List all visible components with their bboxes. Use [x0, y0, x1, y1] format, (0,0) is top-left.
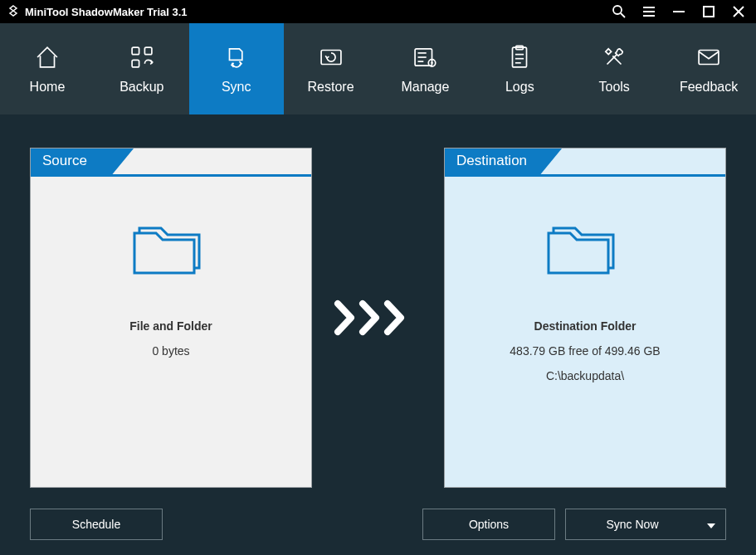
nav-label: Logs — [505, 80, 534, 95]
nav-restore[interactable]: Restore — [284, 23, 378, 114]
restore-icon — [317, 43, 345, 71]
nav-label: Sync — [222, 80, 251, 95]
svg-point-18 — [432, 62, 434, 65]
chevrons-right-icon — [333, 299, 424, 337]
source-line2: 0 bytes — [152, 344, 189, 358]
svg-rect-10 — [144, 47, 152, 55]
destination-line1: Destination Folder — [534, 319, 637, 333]
svg-rect-19 — [513, 47, 527, 67]
svg-rect-11 — [132, 60, 139, 67]
sync-icon — [222, 43, 251, 71]
svg-rect-9 — [132, 47, 139, 55]
source-panel-header: Source — [31, 148, 311, 177]
menu-icon[interactable] — [641, 4, 656, 19]
bottom-button-row: Schedule Options Sync Now — [30, 509, 726, 540]
content-area: Source File and Folder 0 bytes — [0, 114, 756, 555]
schedule-button[interactable]: Schedule — [30, 509, 163, 540]
logs-icon — [505, 43, 534, 71]
destination-panel-body: Destination Folder 483.79 GB free of 499… — [445, 177, 725, 487]
nav-sync[interactable]: Sync — [189, 23, 284, 114]
sync-now-button[interactable]: Sync Now — [565, 509, 726, 540]
nav-label: Manage — [402, 80, 450, 95]
source-panel-body: File and Folder 0 bytes — [31, 177, 311, 487]
search-icon[interactable] — [612, 4, 627, 19]
source-line1: File and Folder — [129, 319, 212, 333]
right-buttons: Options Sync Now — [422, 509, 726, 540]
titlebar: MiniTool ShadowMaker Trial 3.1 — [0, 0, 756, 23]
window-controls — [612, 4, 749, 19]
svg-line-1 — [621, 13, 625, 17]
maximize-icon[interactable] — [701, 4, 716, 19]
nav-label: Tools — [599, 80, 630, 95]
schedule-button-label: Schedule — [72, 518, 120, 531]
source-panel-title: Source — [31, 148, 110, 177]
source-panel[interactable]: Source File and Folder 0 bytes — [30, 148, 312, 488]
destination-panel-title: Destination — [445, 148, 539, 177]
nav-label: Backup — [119, 80, 163, 95]
destination-panel[interactable]: Destination Destination Folder 483.79 GB… — [444, 148, 726, 488]
app-title: MiniTool ShadowMaker Trial 3.1 — [25, 6, 188, 18]
destination-panel-border — [445, 174, 725, 177]
nav-logs[interactable]: Logs — [472, 23, 567, 114]
nav-feedback[interactable]: Feedback — [661, 23, 756, 114]
caret-down-icon — [707, 518, 715, 531]
close-icon[interactable] — [731, 4, 746, 19]
svg-rect-6 — [704, 7, 714, 17]
options-button[interactable]: Options — [422, 509, 555, 540]
minimize-icon[interactable] — [671, 4, 686, 19]
destination-line2: 483.79 GB free of 499.46 GB — [510, 344, 660, 358]
manage-icon — [411, 43, 439, 71]
svg-rect-24 — [699, 51, 719, 65]
destination-panel-slant — [539, 148, 562, 177]
destination-panel-header: Destination — [445, 148, 725, 177]
tools-icon — [600, 43, 628, 71]
app-title-area: MiniTool ShadowMaker Trial 3.1 — [7, 5, 612, 18]
destination-line3: C:\backupdata\ — [546, 369, 624, 382]
nav-label: Restore — [308, 80, 354, 95]
nav-backup[interactable]: Backup — [95, 23, 189, 114]
options-button-label: Options — [469, 518, 509, 531]
backup-icon — [128, 43, 156, 71]
home-icon — [33, 43, 61, 71]
source-panel-slant — [110, 148, 134, 177]
svg-point-0 — [613, 6, 622, 14]
app-logo-icon — [7, 5, 20, 18]
source-panel-border — [31, 174, 311, 177]
folder-icon — [545, 213, 625, 280]
transfer-arrows — [312, 299, 444, 337]
feedback-icon — [695, 43, 723, 71]
folder-icon — [131, 213, 211, 280]
nav-tools[interactable]: Tools — [567, 23, 661, 114]
sync-now-button-label: Sync Now — [606, 518, 658, 531]
panels-row: Source File and Folder 0 bytes — [30, 138, 726, 497]
nav-label: Home — [30, 80, 66, 95]
nav-home[interactable]: Home — [0, 23, 95, 114]
nav-label: Feedback — [680, 80, 738, 95]
nav-manage[interactable]: Manage — [378, 23, 473, 114]
main-nav: Home Backup Sync Restore Manage Logs Too… — [0, 23, 756, 114]
